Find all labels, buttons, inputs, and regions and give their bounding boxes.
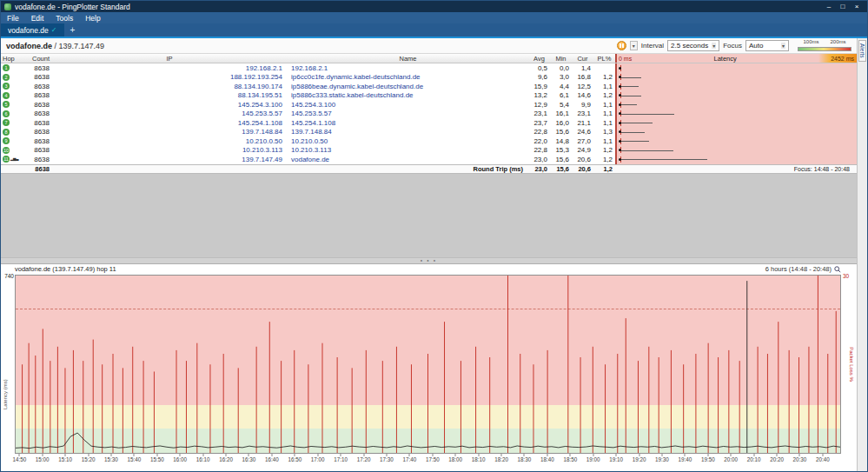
min-cell: 14,8: [550, 136, 572, 146]
count-cell: 8638: [25, 73, 51, 83]
table-row[interactable]: 3863888.134.190.174ip5886beae.dynamic.ka…: [1, 82, 857, 91]
latency-whisker: [620, 123, 652, 123]
min-cell: 4,4: [550, 82, 572, 91]
hop-cell: 7: [1, 118, 25, 128]
x-tick-label: 16:20: [219, 456, 233, 462]
focus-select[interactable]: Auto ▾: [745, 40, 789, 51]
table-row[interactable]: 78638145.254.1.108145.254.1.10823,716,02…: [1, 118, 857, 128]
y-right-axis-title: Packet Loss %: [849, 347, 854, 382]
hop-badge: 3: [3, 83, 10, 90]
min-cell: 3,0: [550, 73, 572, 83]
min-cell: 0,0: [550, 63, 572, 73]
min-cell: 5,4: [550, 100, 572, 110]
x-tick-label: 20:00: [724, 456, 738, 462]
latency-cell: [615, 136, 857, 146]
hop-badge: 6: [3, 110, 10, 117]
header-pl: PL%: [593, 54, 615, 63]
table-row[interactable]: 28638188.192.193.254ip6cc0c1fe.dynamic.k…: [1, 73, 857, 83]
table-row[interactable]: 9863810.210.0.5010.210.0.5022,014,827,01…: [1, 136, 857, 146]
table-row[interactable]: 11▂▅▃8638139.7.147.49vodafone.de23,015,6…: [1, 155, 857, 164]
pl-cell: 1,1: [593, 110, 615, 119]
hop-badge: 4: [3, 92, 10, 99]
interval-label: Interval: [641, 42, 664, 50]
cur-cell: 20,6: [572, 155, 593, 164]
latency-cell: [615, 82, 857, 91]
legend-200ms: 200ms: [830, 39, 845, 44]
hop-cell: 2: [1, 73, 25, 83]
latency-avg-dot: [619, 67, 621, 70]
ip-cell: 10.210.0.50: [51, 136, 288, 146]
name-cell: 139.7.148.84: [288, 128, 528, 137]
latency-whisker: [620, 141, 649, 142]
header-min: Min: [550, 54, 572, 63]
latency-whisker: [620, 96, 641, 96]
cur-cell: 1,4: [572, 63, 593, 73]
cur-cell: 21,1: [572, 118, 593, 128]
pause-icon: [620, 43, 624, 48]
cur-cell: 23,1: [572, 110, 593, 119]
table-row[interactable]: 18638192.168.2.1192.168.2.10,50,01,4: [1, 63, 857, 73]
name-cell: 145.253.5.57: [288, 110, 528, 119]
x-tick-label: 18:20: [494, 456, 508, 462]
zoom-icon[interactable]: [834, 266, 841, 273]
summary-row: 8638 Round Trip (ms) 23,0 15,6 20,6 1,2 …: [1, 164, 857, 174]
new-tab-button[interactable]: +: [64, 23, 82, 37]
app-icon: [4, 3, 11, 10]
x-tick-label: 17:40: [402, 456, 416, 462]
target-ip: 139.7.147.49: [59, 42, 105, 50]
count-cell: 8638: [25, 110, 51, 119]
latency-max-label: 2452 ms: [818, 54, 857, 63]
x-tick-label: 16:40: [265, 456, 279, 462]
summary-min: 15,6: [550, 165, 572, 173]
table-row[interactable]: 10863810.210.3.11310.210.3.11322,815,324…: [1, 146, 857, 156]
alerts-tab[interactable]: Alerts: [858, 40, 866, 62]
pause-button[interactable]: [617, 41, 626, 50]
x-tick-label: 17:00: [311, 456, 325, 462]
x-tick-label: 15:10: [58, 456, 72, 462]
table-row[interactable]: 88638139.7.148.84139.7.148.8422,815,624,…: [1, 128, 857, 137]
min-cell: 6,1: [550, 91, 572, 101]
pane-splitter[interactable]: ● ● ●: [1, 257, 857, 264]
time-axis: 14:5015:0015:1015:2015:3015:4015:5016:00…: [15, 454, 841, 466]
table-row[interactable]: 68638145.253.5.57145.253.5.5723,116,123,…: [1, 110, 857, 119]
x-tick-label: 16:30: [242, 456, 256, 462]
min-cell: 15,3: [550, 146, 572, 156]
x-tick-label: 15:20: [82, 456, 96, 462]
ip-cell: 188.192.193.254: [51, 73, 288, 83]
pause-dropdown-icon[interactable]: ▾: [630, 41, 638, 50]
hop-badge: 8: [3, 129, 10, 136]
latency-whisker: [620, 104, 637, 105]
menu-file[interactable]: File: [1, 12, 25, 23]
minimize-button[interactable]: –: [822, 3, 836, 10]
avg-cell: 15,9: [528, 82, 550, 91]
avg-cell: 9,6: [528, 73, 550, 83]
pl-cell: 1,2: [593, 155, 615, 164]
avg-cell: 22,8: [528, 146, 550, 156]
summary-pl: 1,2: [593, 165, 615, 173]
y-left-axis-title: Latency (ms): [3, 379, 8, 409]
menu-help[interactable]: Help: [79, 12, 106, 23]
interval-select[interactable]: 2.5 seconds ▾: [667, 40, 719, 51]
timeline-plot[interactable]: [15, 275, 841, 455]
hop-badge: 7: [3, 119, 10, 126]
close-button[interactable]: ×: [850, 3, 864, 10]
min-cell: 15,6: [550, 155, 572, 164]
tab-vodafone[interactable]: vodafone.de ✓: [1, 23, 64, 37]
min-cell: 16,0: [550, 118, 572, 128]
hop-cell: 11▂▅▃: [1, 155, 25, 164]
menu-edit[interactable]: Edit: [25, 12, 50, 23]
pl-cell: 1,3: [593, 128, 615, 137]
x-tick-label: 18:00: [448, 456, 462, 462]
maximize-button[interactable]: □: [836, 3, 850, 10]
x-tick-label: 15:00: [36, 456, 50, 462]
name-cell: vodafone.de: [288, 155, 528, 164]
avg-cell: 23,0: [528, 155, 550, 164]
count-cell: 8638: [25, 155, 51, 164]
table-row[interactable]: 4863888.134.195.51ip5886c333.static.kabe…: [1, 91, 857, 101]
count-cell: 8638: [25, 91, 51, 101]
menu-tools[interactable]: Tools: [50, 12, 79, 23]
latency-whisker: [620, 77, 641, 78]
ip-cell: 88.134.190.174: [51, 82, 288, 91]
table-row[interactable]: 58638145.254.3.100145.254.3.10012,95,49,…: [1, 100, 857, 110]
x-tick-label: 17:30: [380, 456, 394, 462]
